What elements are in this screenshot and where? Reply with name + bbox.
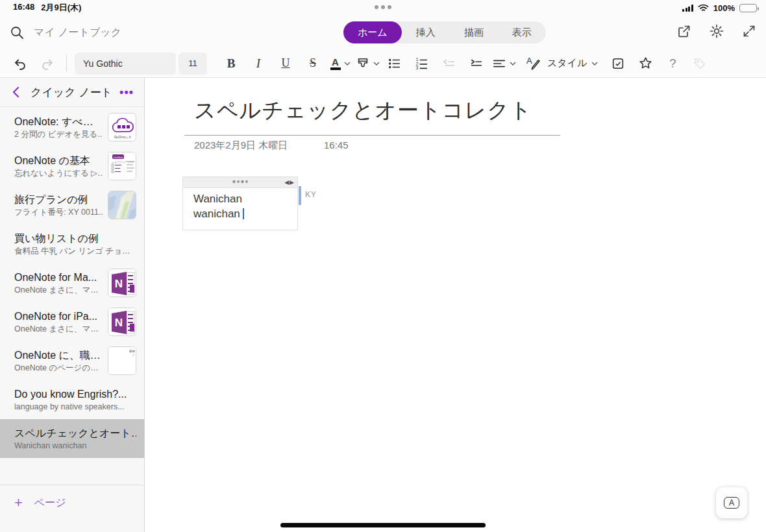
- page-list-item[interactable]: 買い物リストの例 食料品 牛乳 パン リンゴ チョ…: [0, 224, 144, 263]
- note-text[interactable]: Wanichan wanichan: [183, 188, 297, 221]
- search-input[interactable]: [34, 27, 229, 38]
- page-list-item[interactable]: OneNote for Ma... OneNote まさに、マ… N: [0, 263, 144, 302]
- chevron-down-icon: [510, 62, 516, 66]
- sidebar-header: クイック ノート •••: [0, 78, 144, 107]
- page-item-title: 買い物リストの例: [14, 232, 136, 246]
- page-item-title: Do you know Engrish?...: [14, 387, 136, 402]
- styles-button[interactable]: A スタイル: [526, 52, 598, 75]
- page-item-title: OneNote に、職…: [14, 348, 103, 363]
- bullet-list-button[interactable]: [381, 52, 408, 75]
- map-thumbnail: [108, 191, 136, 219]
- add-page-label: ページ: [34, 496, 66, 510]
- styles-label: スタイル: [547, 57, 587, 69]
- font-size-field[interactable]: 11: [179, 53, 207, 75]
- clock: 16:48: [13, 2, 34, 14]
- section-title: クイック ノート: [23, 85, 119, 100]
- ribbon-tab-group: ホーム挿入描画表示: [343, 21, 546, 43]
- page-list-item[interactable]: OneNote の基本 忘れないようにする ▷… OneNoteショッピング リ…: [0, 147, 144, 186]
- text-cursor: [243, 208, 244, 219]
- page-list-item[interactable]: Do you know Engrish?... language by nati…: [0, 380, 144, 419]
- note-canvas[interactable]: スペルチェックとオートコレクト 2023年2月9日 木曜日 16:45 ◀▶ W…: [145, 78, 766, 532]
- svg-text:OneNote: OneNote: [114, 156, 123, 159]
- search-bar[interactable]: [9, 25, 256, 40]
- onenote-logo-thumbnail: N: [108, 269, 136, 297]
- resize-arrows-icon[interactable]: ◀▶: [284, 179, 295, 186]
- title-divider: [184, 135, 560, 136]
- tab-1[interactable]: 挿入: [402, 21, 450, 43]
- redo-button[interactable]: [34, 52, 61, 75]
- settings-gear-icon[interactable]: [709, 23, 724, 39]
- page-list-item[interactable]: OneNote for iPa... OneNote まさに、マ… N: [0, 302, 144, 341]
- coauthor-presence-bar: [299, 186, 301, 205]
- underline-button[interactable]: U: [272, 52, 299, 75]
- wifi-icon: [698, 4, 709, 12]
- toolbar-divider: [66, 55, 67, 72]
- sidebar: クイック ノート ••• OneNote: すべ… 2 分間の ビデオを見る..…: [0, 78, 145, 532]
- page-item-title: OneNote for iPa...: [14, 309, 103, 324]
- tab-3[interactable]: 表示: [498, 21, 546, 43]
- help-button[interactable]: ?: [659, 52, 686, 75]
- tab-0[interactable]: ホーム: [343, 21, 402, 43]
- font-name-field[interactable]: Yu Gothic: [75, 53, 176, 75]
- numbered-list-button[interactable]: 123: [408, 52, 436, 75]
- note-container[interactable]: ◀▶ Wanichan wanichan: [182, 176, 298, 230]
- share-icon[interactable]: [676, 23, 692, 39]
- svg-text:3: 3: [416, 66, 419, 70]
- italic-button[interactable]: I: [245, 52, 272, 75]
- svg-text:収益: 収益: [129, 350, 136, 353]
- page-item-title: OneNote for Ma...: [14, 271, 103, 285]
- alignment-button[interactable]: [490, 52, 517, 75]
- chevron-down-icon: [344, 62, 351, 66]
- note-container-handle[interactable]: ◀▶: [183, 177, 297, 188]
- svg-text:SkyDriveと共: SkyDriveと共: [114, 136, 132, 139]
- page-date: 2023年2月9日 木曜日: [194, 139, 288, 152]
- indent-button[interactable]: [463, 52, 490, 75]
- page-item-subtitle: 食料品 牛乳 パン リンゴ チョ…: [14, 246, 136, 257]
- coauthor-initials: KY: [305, 190, 317, 199]
- page-list: OneNote: すべ… 2 分間の ビデオを見る... SkyDriveと共 …: [0, 108, 144, 458]
- undo-button[interactable]: [6, 52, 34, 75]
- sidebar-footer: + ページ: [0, 485, 144, 511]
- status-bar: 16:48 2月9日(木) 100% ⚡: [0, 0, 766, 16]
- highlighter-button[interactable]: [354, 52, 381, 75]
- page-list-item[interactable]: 旅行プランの例 フライト番号: XY 0011...: [0, 186, 144, 224]
- chevron-down-icon: [373, 62, 380, 66]
- page-item-subtitle: OneNote まさに、マ…: [14, 324, 103, 335]
- chevron-down-icon: [591, 62, 598, 66]
- page-list-item[interactable]: OneNote に、職… OneNote のページの… 収益プ: [0, 341, 144, 380]
- page-list-item[interactable]: OneNote: すべ… 2 分間の ビデオを見る... SkyDriveと共: [0, 108, 144, 147]
- formatting-toolbar: Yu Gothic 11 B I U S A 123 A スタイル ?: [0, 49, 766, 78]
- page-item-subtitle: Wanichan wanichan: [14, 441, 136, 452]
- drag-grip-icon: [233, 180, 248, 183]
- notes-page-thumbnail: OneNoteショッピング リスト: [108, 152, 136, 180]
- strikethrough-button[interactable]: S: [299, 52, 327, 75]
- keyboard-dismiss-button[interactable]: A: [716, 487, 747, 518]
- bold-button[interactable]: B: [217, 52, 245, 75]
- battery-icon: ⚡: [739, 4, 757, 12]
- keyboard-a-icon: A: [724, 497, 739, 509]
- page-list-item[interactable]: スペルチェックとオート… Wanichan wanichan: [0, 419, 144, 458]
- plus-icon: +: [14, 494, 23, 511]
- add-page-button[interactable]: + ページ: [14, 494, 144, 511]
- fullscreen-icon[interactable]: [741, 23, 757, 39]
- page-item-title: OneNote: すべ…: [14, 115, 103, 129]
- tag-button[interactable]: [686, 52, 713, 75]
- page-title[interactable]: スペルチェックとオートコレクト: [194, 96, 532, 125]
- home-indicator[interactable]: [280, 523, 486, 527]
- onenote-logo-thumbnail: N: [108, 308, 136, 336]
- back-chevron-icon[interactable]: [9, 85, 23, 99]
- date: 2月9日(木): [41, 2, 81, 14]
- outdent-button[interactable]: [436, 52, 463, 75]
- star-button[interactable]: [632, 52, 659, 75]
- battery-percent: 100%: [713, 3, 735, 13]
- svg-text:N: N: [115, 278, 123, 290]
- todo-checkbox-button[interactable]: [604, 52, 632, 75]
- align-icon: [492, 56, 506, 71]
- multitask-indicator-icon[interactable]: [375, 5, 391, 9]
- page-item-subtitle: フライト番号: XY 0011...: [14, 207, 103, 218]
- more-options-icon[interactable]: •••: [119, 86, 134, 99]
- tab-2[interactable]: 描画: [450, 21, 498, 43]
- svg-text:N: N: [115, 317, 123, 329]
- search-icon: [9, 25, 25, 40]
- font-color-button[interactable]: A: [327, 52, 354, 75]
